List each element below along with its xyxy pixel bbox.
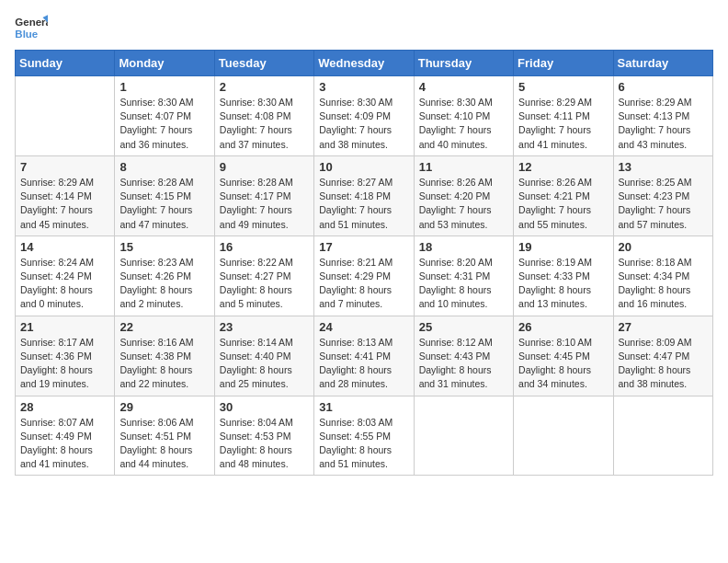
day-info: Sunrise: 8:26 AMSunset: 4:21 PMDaylight:… xyxy=(518,176,608,232)
day-info: Sunrise: 8:29 AMSunset: 4:13 PMDaylight:… xyxy=(619,96,708,152)
calendar-cell: 25Sunrise: 8:12 AMSunset: 4:43 PMDayligh… xyxy=(414,316,513,396)
day-info: Sunrise: 8:16 AMSunset: 4:38 PMDaylight:… xyxy=(119,336,209,392)
day-number: 27 xyxy=(619,320,708,334)
calendar-cell: 11Sunrise: 8:26 AMSunset: 4:20 PMDayligh… xyxy=(414,155,513,236)
day-info: Sunrise: 8:23 AMSunset: 4:26 PMDaylight:… xyxy=(119,256,209,312)
calendar-cell xyxy=(613,396,712,476)
calendar-cell: 15Sunrise: 8:23 AMSunset: 4:26 PMDayligh… xyxy=(115,236,214,316)
calendar-cell: 24Sunrise: 8:13 AMSunset: 4:41 PMDayligh… xyxy=(314,316,414,396)
day-number: 4 xyxy=(419,80,508,94)
calendar-cell: 28Sunrise: 8:07 AMSunset: 4:49 PMDayligh… xyxy=(16,396,115,476)
day-number: 23 xyxy=(220,320,309,334)
calendar-cell: 9Sunrise: 8:28 AMSunset: 4:17 PMDaylight… xyxy=(214,155,313,236)
day-info: Sunrise: 8:14 AMSunset: 4:40 PMDaylight:… xyxy=(220,336,309,392)
calendar-cell xyxy=(514,396,613,476)
column-header-tuesday: Tuesday xyxy=(214,51,313,76)
day-info: Sunrise: 8:19 AMSunset: 4:33 PMDaylight:… xyxy=(518,256,608,312)
column-header-saturday: Saturday xyxy=(613,51,712,76)
day-info: Sunrise: 8:26 AMSunset: 4:20 PMDaylight:… xyxy=(419,176,508,232)
calendar-cell: 19Sunrise: 8:19 AMSunset: 4:33 PMDayligh… xyxy=(514,236,613,316)
calendar-cell: 18Sunrise: 8:20 AMSunset: 4:31 PMDayligh… xyxy=(414,236,513,316)
calendar-cell: 3Sunrise: 8:30 AMSunset: 4:09 PMDaylight… xyxy=(314,76,414,156)
day-info: Sunrise: 8:20 AMSunset: 4:31 PMDaylight:… xyxy=(419,256,508,312)
calendar-cell: 12Sunrise: 8:26 AMSunset: 4:21 PMDayligh… xyxy=(514,155,613,236)
calendar-cell: 20Sunrise: 8:18 AMSunset: 4:34 PMDayligh… xyxy=(613,236,712,316)
day-number: 10 xyxy=(319,160,408,174)
day-info: Sunrise: 8:29 AMSunset: 4:14 PMDaylight:… xyxy=(20,176,109,232)
svg-text:General: General xyxy=(15,17,48,28)
calendar-cell: 27Sunrise: 8:09 AMSunset: 4:47 PMDayligh… xyxy=(613,316,712,396)
day-number: 6 xyxy=(619,80,708,94)
day-info: Sunrise: 8:17 AMSunset: 4:36 PMDaylight:… xyxy=(20,336,109,392)
day-number: 24 xyxy=(319,320,408,334)
calendar-cell xyxy=(16,76,115,156)
calendar-week-4: 21Sunrise: 8:17 AMSunset: 4:36 PMDayligh… xyxy=(16,316,713,396)
day-number: 11 xyxy=(419,160,508,174)
calendar-cell: 17Sunrise: 8:21 AMSunset: 4:29 PMDayligh… xyxy=(314,236,414,316)
calendar-cell: 26Sunrise: 8:10 AMSunset: 4:45 PMDayligh… xyxy=(514,316,613,396)
day-number: 13 xyxy=(619,160,708,174)
column-header-monday: Monday xyxy=(115,51,214,76)
column-header-thursday: Thursday xyxy=(414,51,513,76)
svg-text:Blue: Blue xyxy=(15,29,38,40)
day-info: Sunrise: 8:29 AMSunset: 4:11 PMDaylight:… xyxy=(518,96,608,152)
day-number: 19 xyxy=(518,240,608,254)
calendar-cell: 30Sunrise: 8:04 AMSunset: 4:53 PMDayligh… xyxy=(214,396,313,476)
day-number: 3 xyxy=(319,80,408,94)
day-info: Sunrise: 8:30 AMSunset: 4:07 PMDaylight:… xyxy=(119,96,209,152)
day-number: 1 xyxy=(119,80,209,94)
calendar-cell: 10Sunrise: 8:27 AMSunset: 4:18 PMDayligh… xyxy=(314,155,414,236)
day-number: 20 xyxy=(619,240,708,254)
day-info: Sunrise: 8:25 AMSunset: 4:23 PMDaylight:… xyxy=(619,176,708,232)
day-number: 30 xyxy=(220,400,309,414)
day-info: Sunrise: 8:04 AMSunset: 4:53 PMDaylight:… xyxy=(220,416,309,472)
calendar-cell: 13Sunrise: 8:25 AMSunset: 4:23 PMDayligh… xyxy=(613,155,712,236)
day-number: 28 xyxy=(20,400,109,414)
calendar-header-row: SundayMondayTuesdayWednesdayThursdayFrid… xyxy=(16,51,713,76)
calendar-cell: 6Sunrise: 8:29 AMSunset: 4:13 PMDaylight… xyxy=(613,76,712,156)
column-header-friday: Friday xyxy=(514,51,613,76)
day-number: 8 xyxy=(119,160,209,174)
day-number: 16 xyxy=(220,240,309,254)
calendar-cell xyxy=(414,396,513,476)
day-info: Sunrise: 8:09 AMSunset: 4:47 PMDaylight:… xyxy=(619,336,708,392)
day-number: 15 xyxy=(119,240,209,254)
day-number: 26 xyxy=(518,320,608,334)
day-number: 25 xyxy=(419,320,508,334)
calendar-week-1: 1Sunrise: 8:30 AMSunset: 4:07 PMDaylight… xyxy=(16,76,713,156)
calendar-week-5: 28Sunrise: 8:07 AMSunset: 4:49 PMDayligh… xyxy=(16,396,713,476)
calendar-cell: 21Sunrise: 8:17 AMSunset: 4:36 PMDayligh… xyxy=(16,316,115,396)
day-number: 18 xyxy=(419,240,508,254)
day-number: 17 xyxy=(319,240,408,254)
calendar-cell: 5Sunrise: 8:29 AMSunset: 4:11 PMDaylight… xyxy=(514,76,613,156)
calendar-table: SundayMondayTuesdayWednesdayThursdayFrid… xyxy=(15,50,713,476)
calendar-cell: 31Sunrise: 8:03 AMSunset: 4:55 PMDayligh… xyxy=(314,396,414,476)
calendar-cell: 4Sunrise: 8:30 AMSunset: 4:10 PMDaylight… xyxy=(414,76,513,156)
calendar-cell: 7Sunrise: 8:29 AMSunset: 4:14 PMDaylight… xyxy=(16,155,115,236)
day-info: Sunrise: 8:28 AMSunset: 4:17 PMDaylight:… xyxy=(220,176,309,232)
calendar-week-2: 7Sunrise: 8:29 AMSunset: 4:14 PMDaylight… xyxy=(16,155,713,236)
calendar-cell: 8Sunrise: 8:28 AMSunset: 4:15 PMDaylight… xyxy=(115,155,214,236)
day-info: Sunrise: 8:10 AMSunset: 4:45 PMDaylight:… xyxy=(518,336,608,392)
calendar-cell: 16Sunrise: 8:22 AMSunset: 4:27 PMDayligh… xyxy=(214,236,313,316)
day-number: 7 xyxy=(20,160,109,174)
calendar-week-3: 14Sunrise: 8:24 AMSunset: 4:24 PMDayligh… xyxy=(16,236,713,316)
day-info: Sunrise: 8:13 AMSunset: 4:41 PMDaylight:… xyxy=(319,336,408,392)
day-info: Sunrise: 8:27 AMSunset: 4:18 PMDaylight:… xyxy=(319,176,408,232)
day-info: Sunrise: 8:03 AMSunset: 4:55 PMDaylight:… xyxy=(319,416,408,472)
day-info: Sunrise: 8:28 AMSunset: 4:15 PMDaylight:… xyxy=(119,176,209,232)
calendar-cell: 2Sunrise: 8:30 AMSunset: 4:08 PMDaylight… xyxy=(214,76,313,156)
day-info: Sunrise: 8:06 AMSunset: 4:51 PMDaylight:… xyxy=(119,416,209,472)
column-header-sunday: Sunday xyxy=(16,51,115,76)
page-header: General Blue xyxy=(15,15,713,42)
day-number: 2 xyxy=(220,80,309,94)
day-info: Sunrise: 8:07 AMSunset: 4:49 PMDaylight:… xyxy=(20,416,109,472)
day-number: 29 xyxy=(119,400,209,414)
calendar-cell: 14Sunrise: 8:24 AMSunset: 4:24 PMDayligh… xyxy=(16,236,115,316)
day-number: 21 xyxy=(20,320,109,334)
calendar-cell: 22Sunrise: 8:16 AMSunset: 4:38 PMDayligh… xyxy=(115,316,214,396)
day-number: 14 xyxy=(20,240,109,254)
day-info: Sunrise: 8:30 AMSunset: 4:08 PMDaylight:… xyxy=(220,96,309,152)
calendar-cell: 23Sunrise: 8:14 AMSunset: 4:40 PMDayligh… xyxy=(214,316,313,396)
day-number: 5 xyxy=(518,80,608,94)
